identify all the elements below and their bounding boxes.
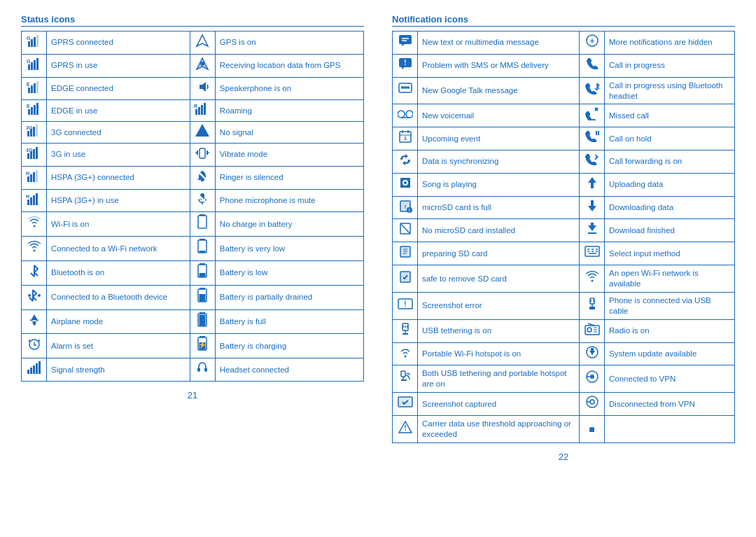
icon-cell — [580, 342, 605, 365]
icon-cell — [580, 265, 605, 293]
svg-rect-154 — [401, 371, 405, 377]
label-cell: Screenshot error — [418, 292, 580, 319]
icon-cell: 1 — [393, 127, 418, 151]
label-cell: Connected to a Bluetooth device — [47, 285, 190, 309]
label-cell: Problem with SMS or MMS delivery — [418, 54, 580, 77]
svg-rect-78 — [27, 370, 29, 374]
svg-rect-31 — [33, 127, 35, 137]
svg-rect-51 — [36, 193, 38, 205]
status-icons-title: Status icons — [21, 14, 364, 27]
svg-rect-35 — [27, 153, 29, 159]
icon-cell — [22, 260, 47, 285]
icon-cell: H — [22, 166, 47, 189]
icon-cell: ⚡ — [190, 334, 215, 358]
icon-cell: 3G — [22, 122, 47, 144]
label-cell: Phone microphone is mute — [215, 189, 363, 212]
icon-cell: !! — [393, 196, 418, 219]
label-cell: microSD card is full — [418, 196, 580, 219]
svg-point-66 — [38, 294, 41, 297]
icon-cell — [580, 196, 605, 219]
svg-rect-42 — [30, 174, 32, 182]
label-cell: 3G in use — [47, 143, 190, 166]
icon-cell — [190, 122, 215, 144]
label-cell: Battery is full — [215, 309, 363, 334]
label-cell: Alarm is set — [47, 334, 190, 358]
icon-cell — [190, 77, 215, 100]
icon-cell: E — [22, 100, 47, 122]
label-cell: Airplane mode — [47, 309, 190, 334]
label-cell: Data is synchronizing — [418, 151, 580, 174]
svg-rect-27 — [204, 103, 206, 115]
label-cell: Call in progress using Bluetooth headset — [605, 77, 735, 104]
icon-cell — [580, 393, 605, 416]
svg-rect-7 — [28, 64, 30, 70]
icon-cell: ! — [393, 54, 418, 77]
svg-point-65 — [28, 294, 31, 297]
icon-cell — [580, 54, 605, 77]
label-cell: Call on hold — [605, 127, 735, 151]
icon-cell: ! — [393, 292, 418, 319]
label-cell: Wi-Fi is on — [47, 212, 190, 237]
icon-cell — [393, 151, 418, 174]
icon-cell — [393, 32, 418, 55]
icon-cell: ■ — [580, 416, 605, 443]
label-cell: Carrier data use threshold approaching o… — [418, 416, 580, 443]
svg-rect-8 — [31, 62, 33, 70]
notification-icons-table: New text or multimedia message+More noti… — [392, 31, 735, 443]
svg-point-94 — [404, 86, 407, 89]
label-cell: GPS is on — [215, 32, 363, 55]
svg-point-97 — [406, 111, 413, 118]
svg-text:!: ! — [404, 424, 406, 432]
icon-cell: G — [22, 54, 47, 77]
icon-cell — [393, 104, 418, 127]
label-cell: Connected to a Wi-Fi network — [47, 237, 190, 261]
svg-rect-57 — [198, 216, 206, 228]
label-cell: Downloading data — [605, 196, 735, 219]
icon-cell — [393, 77, 418, 104]
svg-rect-16 — [34, 83, 36, 93]
svg-text:⚡: ⚡ — [198, 340, 207, 349]
icon-cell — [580, 127, 605, 151]
svg-marker-115 — [588, 200, 596, 211]
icon-cell — [393, 342, 418, 365]
label-cell: New text or multimedia message — [418, 32, 580, 55]
svg-point-147 — [587, 328, 592, 332]
icon-cell — [393, 319, 418, 342]
icon-cell: H — [22, 189, 47, 212]
label-cell: Battery is very low — [215, 237, 363, 261]
svg-point-108 — [404, 181, 407, 184]
icon-cell — [580, 219, 605, 242]
svg-point-93 — [401, 86, 404, 89]
svg-rect-10 — [36, 58, 38, 70]
icon-cell — [393, 242, 418, 265]
label-cell: Speakerphone is on — [215, 77, 363, 100]
svg-text:!: ! — [404, 204, 406, 210]
svg-rect-37 — [33, 149, 35, 159]
svg-rect-29 — [27, 131, 29, 137]
svg-point-151 — [404, 355, 406, 357]
svg-text:+: + — [589, 36, 594, 45]
svg-rect-22 — [36, 103, 38, 115]
svg-rect-84 — [204, 368, 207, 372]
svg-text:E: E — [27, 82, 30, 87]
notification-icons-title: Notification icons — [392, 14, 735, 27]
label-cell: Upcoming event — [418, 127, 580, 151]
svg-rect-79 — [30, 368, 32, 374]
svg-point-55 — [33, 225, 35, 228]
svg-point-161 — [590, 400, 594, 404]
icon-cell — [580, 151, 605, 174]
svg-rect-4 — [36, 35, 38, 47]
label-cell: Signal strength — [47, 358, 190, 382]
label-cell: No charge in battery — [215, 212, 363, 237]
label-cell: Select input method — [605, 242, 735, 265]
label-cell: No signal — [215, 122, 363, 144]
svg-rect-32 — [36, 125, 38, 137]
icon-cell — [393, 173, 418, 196]
svg-rect-82 — [38, 361, 41, 374]
label-cell: Disconnected from VPN — [605, 393, 735, 416]
svg-rect-45 — [201, 180, 204, 181]
svg-rect-49 — [30, 197, 32, 205]
page-number-left: 21 — [21, 390, 364, 400]
icon-cell — [393, 365, 418, 393]
icon-cell — [393, 265, 418, 293]
